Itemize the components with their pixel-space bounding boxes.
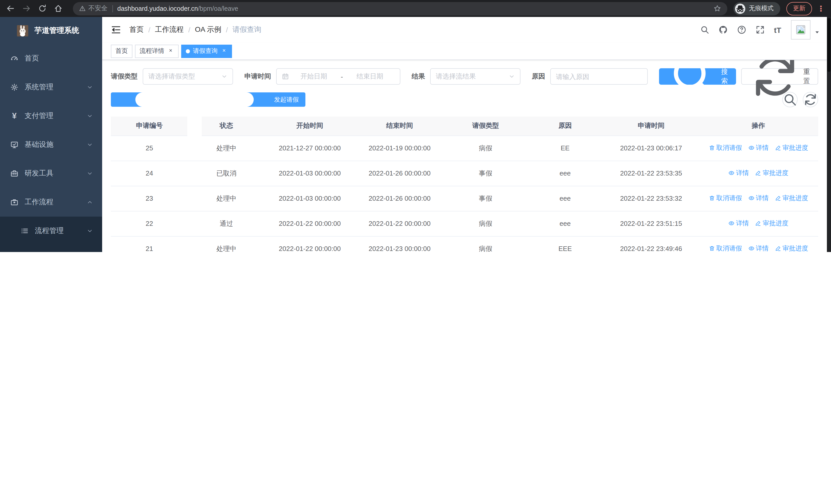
cell-end: 2022-01-19 00:00:00 <box>355 136 445 161</box>
reset-button[interactable]: 重置 <box>741 68 818 85</box>
briefcase-icon <box>10 198 19 206</box>
sidebar-item-workflow[interactable]: 工作流程 <box>0 188 102 216</box>
cell-applied: 2022-01-22 23:53:32 <box>604 186 698 211</box>
sidebar-item-system[interactable]: 系统管理 <box>0 73 102 101</box>
cell-type: 病假 <box>445 236 526 252</box>
list-icon <box>21 227 29 235</box>
address-bar[interactable]: 不安全 dashboard.yudao.iocoder.cn /bpm/oa/l… <box>73 2 727 15</box>
tab-流程详情[interactable]: 流程详情× <box>135 45 179 58</box>
sidebar-item-process-mgmt[interactable]: 流程管理 <box>0 216 102 245</box>
action-detail-link[interactable]: 详情 <box>748 194 769 203</box>
sidebar-item-infrastructure[interactable]: 基础设施 <box>0 130 102 159</box>
cell-type: 病假 <box>445 136 526 161</box>
cell-actions: 取消请假详情审批进度 <box>698 236 818 252</box>
action-label: 详情 <box>756 194 769 203</box>
action-detail-link[interactable]: 详情 <box>728 219 749 228</box>
reason-input[interactable] <box>550 68 648 85</box>
tab-请假查询[interactable]: 请假查询× <box>181 45 232 58</box>
action-detail-link[interactable]: 详情 <box>748 244 769 252</box>
sidebar-item-task-mgmt[interactable]: 任务管理 <box>0 245 102 252</box>
dashboard-icon <box>10 54 19 63</box>
close-icon[interactable]: × <box>221 48 227 54</box>
search-button[interactable]: 搜索 <box>659 68 736 85</box>
sidebar-item-payment[interactable]: ¥支付管理 <box>0 101 102 130</box>
column-header: 请假类型 <box>445 117 526 136</box>
result-select[interactable]: 请选择流结果 <box>430 68 520 85</box>
pen-icon <box>775 195 781 202</box>
browser-menu-icon[interactable]: ⋮ <box>817 5 825 12</box>
action-label: 审批进度 <box>763 169 789 178</box>
trash-icon <box>709 145 715 151</box>
create-leave-button[interactable]: 发起请假 <box>111 92 306 107</box>
action-cancel-link[interactable]: 取消请假 <box>709 144 742 152</box>
chevron-down-icon <box>87 170 93 177</box>
content: 请假类型 请选择请假类型 申请时间 开始日期 - 结束日期 <box>102 60 827 252</box>
cell-actions: 详情审批进度 <box>698 211 818 236</box>
range-separator: - <box>339 72 345 80</box>
cell-end: 2022-01-26 00:00:00 <box>355 161 445 186</box>
table-row: 21处理中2022-01-22 00:00:002022-01-23 00:00… <box>111 236 818 252</box>
eye-icon <box>748 145 754 151</box>
cell-status: 通过 <box>188 211 265 236</box>
tab-label: 首页 <box>115 47 128 55</box>
sidebar-item-label: 支付管理 <box>25 111 53 121</box>
cell-reason: EE <box>526 136 604 161</box>
fullscreen-icon[interactable] <box>755 25 765 34</box>
show-search-button[interactable] <box>782 92 798 107</box>
active-dot <box>186 49 190 53</box>
action-label: 审批进度 <box>782 194 808 203</box>
browser-back-icon[interactable] <box>6 4 15 13</box>
tab-首页[interactable]: 首页 <box>111 45 133 58</box>
action-progress-link[interactable]: 审批进度 <box>775 144 808 152</box>
leave-type-placeholder: 请选择请假类型 <box>148 72 221 81</box>
action-progress-link[interactable]: 审批进度 <box>775 244 808 252</box>
action-progress-link[interactable]: 审批进度 <box>755 169 789 178</box>
pen-icon <box>775 145 781 151</box>
action-label: 详情 <box>736 219 749 228</box>
action-detail-link[interactable]: 详情 <box>748 144 769 152</box>
cell-id: 21 <box>111 236 188 252</box>
cell-end: 2022-01-26 00:00:00 <box>355 186 445 211</box>
chevron-down-icon <box>87 142 93 148</box>
sidebar-item-dev-tools[interactable]: 研发工具 <box>0 159 102 188</box>
sidebar-item-home[interactable]: 首页 <box>0 44 102 73</box>
browser-forward-icon[interactable] <box>22 4 31 13</box>
action-label: 详情 <box>736 169 749 178</box>
leave-type-select[interactable]: 请选择请假类型 <box>143 68 233 85</box>
user-menu-caret-icon[interactable] <box>814 30 820 35</box>
incognito-label: 无痕模式 <box>749 4 774 13</box>
sidebar-item-label: 基础设施 <box>25 140 53 149</box>
bookmark-star-icon[interactable] <box>713 5 721 12</box>
refresh-table-button[interactable] <box>803 92 818 107</box>
apply-time-range-picker[interactable]: 开始日期 - 结束日期 <box>276 68 400 85</box>
app-shell: 芋道管理系统 首页系统管理¥支付管理基础设施研发工具工作流程流程管理任务管理我的… <box>0 17 831 252</box>
font-size-icon[interactable]: tT <box>774 26 781 34</box>
avatar[interactable] <box>791 20 810 39</box>
action-cancel-link[interactable]: 取消请假 <box>709 194 742 203</box>
action-cancel-link[interactable]: 取消请假 <box>709 244 742 252</box>
yen-icon: ¥ <box>10 112 19 120</box>
cell-id: 22 <box>111 211 188 236</box>
sidebar-logo[interactable]: 芋道管理系统 <box>0 17 102 44</box>
browser-toolbar: 不安全 dashboard.yudao.iocoder.cn /bpm/oa/l… <box>0 0 831 17</box>
close-icon[interactable]: × <box>167 48 174 54</box>
browser-home-icon[interactable] <box>54 4 63 13</box>
browser-update-button[interactable]: 更新 <box>786 2 812 15</box>
action-detail-link[interactable]: 详情 <box>728 169 749 178</box>
help-icon[interactable] <box>737 25 746 34</box>
sidebar-submenu: 流程管理任务管理我的流程待办任务已办任务请假查询 <box>0 216 102 252</box>
sidebar-item-label: 工作流程 <box>25 198 53 207</box>
action-progress-link[interactable]: 审批进度 <box>755 219 789 228</box>
url-host: dashboard.yudao.iocoder.cn <box>117 5 198 12</box>
cell-applied: 2022-01-23 00:06:17 <box>604 136 698 161</box>
browser-reload-icon[interactable] <box>38 4 47 13</box>
action-label: 审批进度 <box>782 144 808 152</box>
cell-reason: eee <box>526 186 604 211</box>
scrollbar-thumb[interactable] <box>827 18 830 72</box>
browser-scrollbar[interactable] <box>827 17 831 252</box>
github-icon[interactable] <box>719 25 728 34</box>
broken-image-icon <box>796 25 806 35</box>
trash-icon <box>709 195 715 202</box>
action-progress-link[interactable]: 审批进度 <box>775 194 808 203</box>
search-icon[interactable] <box>700 25 709 34</box>
